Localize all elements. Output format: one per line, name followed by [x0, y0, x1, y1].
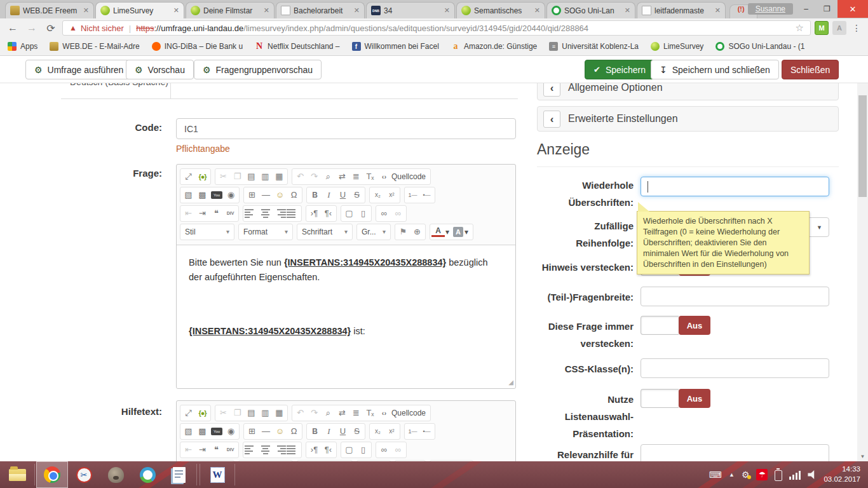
browser-tab-sogo[interactable]: SOGo Uni-Lan ✕: [546, 2, 635, 18]
bold-icon[interactable]: B: [308, 424, 322, 438]
italic-icon[interactable]: I: [322, 188, 336, 202]
film-icon[interactable]: ▩: [196, 424, 209, 438]
align-center-icon[interactable]: [259, 209, 272, 218]
profile-name[interactable]: Susanne: [748, 3, 793, 15]
code-input[interactable]: [176, 118, 516, 139]
touch-keyboard-icon[interactable]: ⌨: [709, 470, 722, 480]
editor-dropdown-schriftart[interactable]: Schriftart▾: [297, 224, 353, 240]
strike-icon[interactable]: S: [350, 188, 363, 202]
maximize-icon[interactable]: ⤢: [182, 170, 195, 184]
question-editor-body[interactable]: Bitte bewerten Sie nun {INSERTANS:314945…: [177, 245, 515, 388]
advanced-settings-panel[interactable]: ‹ Erweiterte Einstellungen: [537, 106, 839, 132]
sup-icon[interactable]: x²: [385, 188, 398, 202]
list-bul-icon[interactable]: •—: [420, 188, 433, 202]
list-bul-icon[interactable]: •—: [420, 424, 433, 438]
outdent-icon[interactable]: ⇤: [182, 207, 195, 220]
minimize-button[interactable]: –: [796, 0, 817, 18]
save-and-close-button[interactable]: ↧Speichern und schließen: [651, 60, 779, 79]
collapse-arrow-icon[interactable]: ‹: [543, 111, 560, 128]
paste-word-icon[interactable]: ▦: [273, 170, 286, 184]
color-text-button[interactable]: A▾: [431, 227, 452, 237]
align-justify-icon[interactable]: [287, 209, 300, 218]
bookmark-star-icon[interactable]: ☆: [796, 22, 804, 34]
browser-tab-webde[interactable]: WEB.DE Freem ✕: [5, 2, 94, 18]
security-warning-icon[interactable]: ▲: [69, 24, 77, 32]
color-bg-icon[interactable]: A: [453, 227, 463, 237]
bookmark-amazon[interactable]: aAmazon.de: Günstige: [451, 42, 537, 51]
youtube-icon[interactable]: You: [211, 428, 222, 435]
div-icon[interactable]: DIV: [224, 443, 237, 457]
pagebreak-icon[interactable]: ▢: [342, 207, 356, 220]
hr-icon[interactable]: —: [259, 424, 273, 438]
browser-tab-limesurvey[interactable]: LimeSurvey ✕: [95, 2, 184, 18]
cut-icon[interactable]: ✂: [217, 406, 230, 420]
link-icon[interactable]: ∞: [377, 207, 391, 220]
source-button[interactable]: ‹›Quellcode: [377, 170, 429, 184]
lime-fields-icon[interactable]: {●}: [196, 170, 209, 184]
remove-format-icon[interactable]: Tₓ: [363, 406, 377, 420]
bidi-ltr-icon[interactable]: ›¶: [308, 443, 321, 457]
tab-close-icon[interactable]: ✕: [715, 6, 721, 15]
align-left-icon[interactable]: [245, 445, 258, 454]
tab-close-icon[interactable]: ✕: [173, 6, 179, 15]
paste-text-icon[interactable]: ▥: [259, 406, 272, 420]
paste-icon[interactable]: ▤: [245, 406, 258, 420]
taskbar-snipping-tool[interactable]: ✂: [68, 461, 100, 488]
div-icon[interactable]: DIV: [224, 207, 237, 220]
doc-icon[interactable]: ▯: [356, 443, 370, 457]
taskbar-word[interactable]: W: [201, 461, 233, 488]
source-icon[interactable]: ‹›: [377, 170, 391, 184]
table-icon[interactable]: ⊞: [245, 424, 259, 438]
browser-tab-filmstar[interactable]: Deine Filmstar ✕: [186, 2, 275, 18]
bidi-ltr-icon[interactable]: ›¶: [308, 207, 321, 220]
paste-word-icon[interactable]: ▦: [273, 406, 286, 420]
tab-close-icon[interactable]: ✕: [534, 6, 540, 15]
bidi-rtl-icon[interactable]: ¶‹: [322, 207, 335, 220]
maximize-icon[interactable]: ⤢: [182, 406, 195, 420]
bookmark-webde[interactable]: WEB.DE - E-Mail-Adre: [50, 42, 139, 51]
outdent-icon[interactable]: ⇤: [182, 443, 195, 457]
close-button[interactable]: Schließen: [782, 60, 839, 79]
bold-icon[interactable]: B: [308, 188, 322, 202]
scrollbar-thumb[interactable]: [858, 95, 867, 197]
align-left-icon[interactable]: [245, 209, 258, 218]
doc-icon[interactable]: ▯: [356, 207, 370, 220]
remove-format-icon[interactable]: Tₓ: [363, 170, 377, 184]
run-survey-button[interactable]: ⚙Umfrage ausführen: [25, 60, 132, 79]
avira-icon[interactable]: ☂: [756, 469, 768, 480]
sub-icon[interactable]: x₂: [371, 188, 384, 202]
taskbar-notes-app[interactable]: [163, 461, 195, 488]
image-icon[interactable]: ▧: [182, 424, 195, 438]
scroll-down-icon[interactable]: ▼: [857, 452, 868, 461]
redo-icon[interactable]: ↷: [308, 406, 321, 420]
redo-icon[interactable]: ↷: [308, 170, 321, 184]
bookmark-netflix[interactable]: NNetflix Deutschland –: [255, 42, 339, 51]
flash-icon[interactable]: ◉: [224, 188, 238, 202]
browser-tab-bachelorarbeit[interactable]: Bachelorarbeit ✕: [276, 2, 365, 18]
italic-icon[interactable]: I: [322, 424, 336, 438]
mcafee-extension-icon[interactable]: M: [815, 21, 829, 35]
always-hide-toggle[interactable]: Aus: [641, 316, 710, 335]
image-icon[interactable]: ▧: [182, 188, 195, 202]
unlink-icon[interactable]: ∞: [391, 207, 405, 220]
forward-icon[interactable]: →: [24, 22, 39, 34]
align-center-icon[interactable]: [259, 445, 272, 454]
color-text-icon[interactable]: A: [431, 227, 445, 237]
bookmark-sogo[interactable]: SOGo Uni-Landau - (1: [715, 42, 804, 51]
css-class-input[interactable]: [641, 358, 829, 378]
bookmark-facebook[interactable]: fWillkommen bei Facel: [352, 42, 439, 51]
list-num-icon[interactable]: 1—: [406, 188, 419, 202]
question-group-preview-button[interactable]: ⚙Fragengruppenvorschau: [194, 60, 322, 79]
color-bg-button[interactable]: A▾: [453, 227, 471, 237]
select-all-icon[interactable]: ≣: [349, 170, 363, 184]
table-icon[interactable]: ⊞: [245, 188, 259, 202]
source-button[interactable]: ‹›Quellcode: [377, 406, 429, 420]
question-width-input[interactable]: [641, 287, 829, 306]
undo-icon[interactable]: ↶: [294, 170, 307, 184]
bidi-rtl-icon[interactable]: ¶‹: [322, 443, 335, 457]
page-scrollbar[interactable]: ▲ ▼: [857, 56, 868, 461]
back-icon[interactable]: ←: [5, 22, 20, 34]
browser-profile[interactable]: (!) Susanne: [738, 2, 793, 16]
browser-menu-icon[interactable]: ⋮: [850, 23, 863, 33]
bookmark-limesurvey[interactable]: LimeSurvey: [651, 42, 703, 51]
